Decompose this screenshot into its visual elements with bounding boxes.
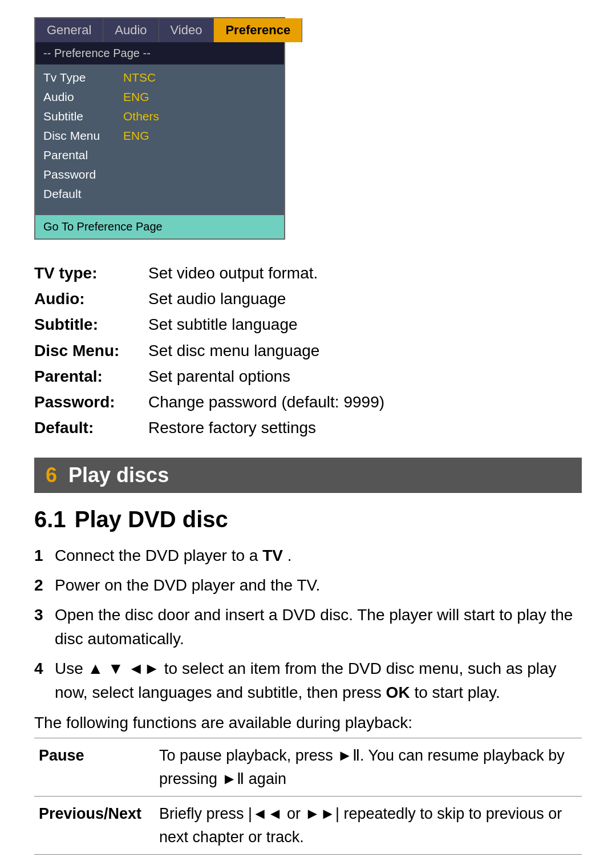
tab-preference[interactable]: Preference (214, 18, 302, 42)
panel-row: Password (35, 165, 284, 184)
pref-desc-parental: Set parental options (148, 365, 582, 387)
tab-audio[interactable]: Audio (103, 18, 159, 42)
step-2: 2 Power on the DVD player and the TV. (34, 573, 582, 597)
pref-row-parental: Parental: Set parental options (34, 363, 582, 389)
panel-row: Audio ENG (35, 87, 284, 107)
tab-general[interactable]: General (35, 18, 103, 42)
panel-row: Tv Type NTSC (35, 68, 284, 87)
pref-row-audio: Audio: Set audio language (34, 286, 582, 312)
func-desc-pause: To pause playback, press ►Ⅱ. You can res… (155, 738, 582, 797)
step-text-3: Open the disc door and insert a DVD disc… (55, 603, 582, 651)
step-num-4: 4 (34, 657, 55, 705)
panel-row: Parental (35, 145, 284, 165)
pref-row-discmenu: Disc Menu: Set disc menu language (34, 338, 582, 363)
pref-row-password: Password: Change password (default: 9999… (34, 389, 582, 415)
section-header: 6 Play discs (34, 458, 582, 493)
pref-row-default: Default: Restore factory settings (34, 415, 582, 440)
section-number: 6 (46, 463, 57, 487)
row-label-parental: Parental (43, 148, 123, 162)
preference-descriptions: TV type: Set video output format. Audio:… (34, 260, 582, 440)
row-label-subtitle: Subtitle (43, 110, 123, 123)
row-value-subtitle: Others (123, 110, 159, 123)
row-label-password: Password (43, 168, 123, 181)
pref-key-parental: Parental: (34, 365, 148, 387)
panel-body: Tv Type NTSC Audio ENG Subtitle Others D… (35, 64, 284, 215)
step-num-2: 2 (34, 573, 55, 597)
following-text: The following functions are available du… (34, 714, 582, 732)
step-num-3: 3 (34, 603, 55, 651)
function-row-pause: Pause To pause playback, press ►Ⅱ. You c… (34, 738, 582, 797)
section-title: Play discs (68, 463, 169, 487)
row-label-discmenu: Disc Menu (43, 129, 123, 143)
step-text-1: Connect the DVD player to a TV . (55, 544, 582, 568)
subsection-title: 6.1 Play DVD disc (34, 507, 582, 532)
func-name-pause: Pause (34, 738, 155, 797)
pref-key-audio: Audio: (34, 288, 148, 310)
row-value-discmenu: ENG (123, 129, 149, 143)
step-4: 4 Use ▲ ▼ ◄► to select an item from the … (34, 657, 582, 705)
pref-row-subtitle: Subtitle: Set subtitle language (34, 312, 582, 337)
pref-key-tvtype: TV type: (34, 262, 148, 284)
step-text-2: Power on the DVD player and the TV. (55, 573, 582, 597)
step-3: 3 Open the disc door and insert a DVD di… (34, 603, 582, 651)
pref-desc-discmenu: Set disc menu language (148, 339, 582, 362)
step-1: 1 Connect the DVD player to a TV . (34, 544, 582, 568)
pref-key-default: Default: (34, 417, 148, 439)
pref-key-discmenu: Disc Menu: (34, 339, 148, 362)
pref-key-subtitle: Subtitle: (34, 313, 148, 335)
pref-row-tvtype: TV type: Set video output format. (34, 260, 582, 286)
panel-header: -- Preference Page -- (35, 42, 284, 64)
func-name-fastbw: Fast backward/ (34, 855, 155, 861)
func-desc-prevnext: Briefly press |◄◄ or ►►| repeatedly to s… (155, 797, 582, 855)
row-value-tvtype: NTSC (123, 71, 156, 84)
func-desc-fastbw: Keep pressing |◄◄ or ►►| to initiate fas… (155, 855, 582, 861)
function-row-fastbw: Fast backward/ Keep pressing |◄◄ or ►►| … (34, 855, 582, 861)
panel-footer[interactable]: Go To Preference Page (35, 215, 284, 239)
row-label-tvtype: Tv Type (43, 71, 123, 84)
tabs-row: General Audio Video Preference (35, 18, 284, 42)
func-name-prevnext: Previous/Next (34, 797, 155, 855)
step-text-4: Use ▲ ▼ ◄► to select an item from the DV… (55, 657, 582, 705)
subsection-name: Play DVD disc (75, 507, 228, 532)
row-value-audio: ENG (123, 90, 149, 104)
settings-panel: General Audio Video Preference -- Prefer… (34, 17, 285, 240)
panel-row: Subtitle Others (35, 107, 284, 126)
functions-table: Pause To pause playback, press ►Ⅱ. You c… (34, 738, 582, 861)
panel-row: Disc Menu ENG (35, 126, 284, 145)
subsection-number: 6.1 (34, 507, 66, 532)
step-num-1: 1 (34, 544, 55, 568)
tab-video[interactable]: Video (159, 18, 214, 42)
pref-desc-subtitle: Set subtitle language (148, 313, 582, 335)
steps-list: 1 Connect the DVD player to a TV . 2 Pow… (34, 544, 582, 705)
panel-row: Default (35, 184, 284, 204)
row-label-audio: Audio (43, 90, 123, 104)
row-label-default: Default (43, 187, 123, 201)
pref-desc-default: Restore factory settings (148, 417, 582, 439)
pref-desc-tvtype: Set video output format. (148, 262, 582, 284)
pref-desc-audio: Set audio language (148, 288, 582, 310)
pref-desc-password: Change password (default: 9999) (148, 391, 582, 413)
pref-key-password: Password: (34, 391, 148, 413)
function-row-prevnext: Previous/Next Briefly press |◄◄ or ►►| r… (34, 797, 582, 855)
